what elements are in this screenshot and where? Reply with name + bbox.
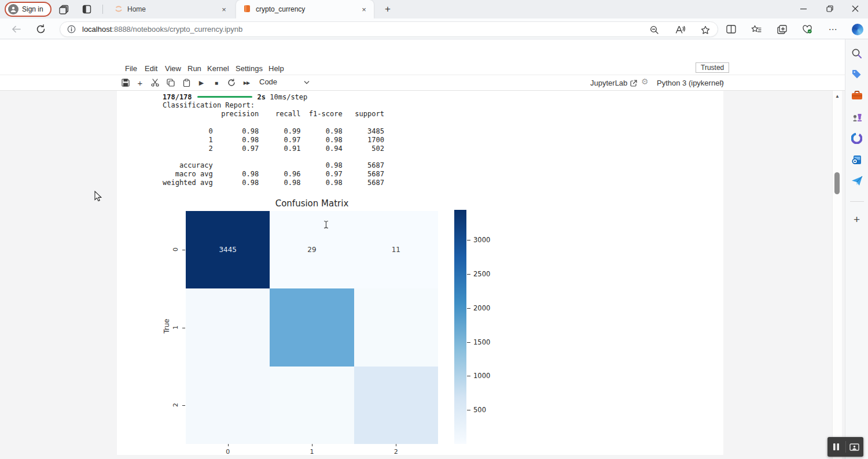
- colorbar-tick-label: 500: [473, 406, 486, 414]
- menu-help[interactable]: Help: [265, 63, 288, 74]
- colorbar-tick-label: 1500: [473, 338, 490, 346]
- sidebar-divider: [850, 201, 864, 202]
- open-jupyterlab-link[interactable]: JupyterLab: [590, 79, 637, 87]
- browser-essentials-icon[interactable]: [801, 23, 814, 36]
- save-button[interactable]: [119, 77, 132, 88]
- colorbar-tick-mark: [467, 274, 470, 275]
- cell-type-dropdown[interactable]: Code: [259, 77, 310, 86]
- menu-settings[interactable]: Settings: [232, 63, 266, 74]
- heatmap-cell-2-2: [354, 367, 438, 444]
- interrupt-kernel-button[interactable]: ■: [210, 77, 223, 88]
- back-icon[interactable]: [9, 23, 23, 35]
- restart-kernel-button[interactable]: [225, 77, 238, 88]
- kernel-settings-gear-icon[interactable]: ⚙: [641, 77, 649, 86]
- picture-in-picture-button[interactable]: [846, 437, 864, 457]
- tab-actions-icon[interactable]: [80, 3, 93, 15]
- scrollbar-thumb[interactable]: [834, 172, 840, 194]
- colorbar: [454, 210, 466, 444]
- zoom-out-icon[interactable]: [648, 24, 661, 36]
- workspaces-icon[interactable]: [57, 3, 70, 15]
- sidebar-m365-icon[interactable]: [850, 131, 864, 145]
- tab-home-label: Home: [127, 5, 219, 13]
- tab-home[interactable]: Home ×: [108, 0, 234, 18]
- heatmap-grid: 34452911: [186, 211, 438, 444]
- heatmap-cell-1-2: [354, 288, 438, 366]
- colorbar-tick-label: 1000: [473, 372, 490, 380]
- tab-bar: Sign in Home × crypto_currency × +: [0, 0, 868, 18]
- add-cell-button[interactable]: +: [134, 77, 146, 88]
- progress-bar: [197, 96, 252, 98]
- kernel-name-button[interactable]: Python 3 (ipykernel): [657, 79, 724, 87]
- x-tick-label: 1: [310, 448, 314, 456]
- site-info-icon[interactable]: [65, 23, 78, 36]
- heatmap-cell-1-1: [270, 288, 354, 366]
- trusted-badge[interactable]: Trusted: [696, 62, 729, 73]
- menu-view[interactable]: View: [161, 63, 185, 74]
- collections-icon[interactable]: [775, 23, 788, 36]
- favorite-star-icon[interactable]: [699, 24, 712, 36]
- sidebar-toolbox-icon[interactable]: [850, 88, 864, 102]
- tab-divider: [102, 5, 103, 14]
- close-tab-crypto-icon[interactable]: ×: [359, 4, 369, 14]
- sign-in-button[interactable]: Sign in: [5, 2, 52, 17]
- heatmap-cell-label: 11: [392, 246, 400, 254]
- sidebar-shopping-icon[interactable]: [850, 67, 864, 81]
- sidebar-search-icon[interactable]: [850, 46, 864, 60]
- copilot-icon[interactable]: [852, 24, 863, 35]
- scroll-up-icon[interactable]: ▲: [835, 94, 840, 99]
- heatmap-cell-0-0: 3445: [186, 211, 270, 288]
- tab-crypto-currency-label: crypto_currency: [256, 5, 359, 13]
- run-all-button[interactable]: ▶▶: [240, 77, 253, 88]
- profile-avatar-icon: [8, 4, 19, 14]
- y-tick-mark: [182, 405, 185, 406]
- sidebar-drop-icon[interactable]: [850, 174, 864, 188]
- x-tick-mark: [396, 444, 396, 446]
- heatmap-cell-label: 3445: [219, 246, 237, 254]
- keras-progress-line: 178/178 2s 10ms/step: [163, 92, 307, 101]
- settings-more-icon[interactable]: ⋯: [826, 23, 839, 36]
- sidebar-add-icon[interactable]: +: [850, 213, 864, 227]
- window-minimize-button[interactable]: [790, 0, 816, 17]
- menu-edit[interactable]: Edit: [141, 63, 161, 74]
- sign-in-label: Sign in: [22, 5, 43, 13]
- colorbar-tick-mark: [467, 308, 470, 309]
- menu-kernel[interactable]: Kernel: [204, 63, 233, 74]
- close-tab-home-icon[interactable]: ×: [219, 4, 229, 14]
- favorites-list-icon[interactable]: [750, 23, 763, 36]
- colorbar-tick-label: 2500: [473, 270, 490, 278]
- heatmap-cell-2-0: [186, 367, 270, 444]
- heatmap-cell-2-1: [270, 367, 354, 444]
- x-tick-label: 2: [394, 448, 398, 456]
- jupyterlab-label: JupyterLab: [590, 79, 627, 87]
- menu-file[interactable]: File: [122, 63, 141, 74]
- split-screen-icon[interactable]: [724, 23, 737, 36]
- page-scrollbar[interactable]: [832, 91, 842, 459]
- edge-sidebar: +: [845, 39, 868, 459]
- heatmap-cell-0-1: 29: [270, 211, 354, 288]
- copy-cell-button[interactable]: [164, 77, 177, 88]
- x-tick-mark: [312, 444, 312, 446]
- window-restore-button[interactable]: [816, 0, 843, 17]
- y-tick-label: 1: [172, 325, 179, 330]
- colorbar-tick-mark: [467, 410, 470, 410]
- cut-cell-button[interactable]: [149, 77, 161, 88]
- run-cell-button[interactable]: ▶: [195, 77, 208, 88]
- y-tick-label: 0: [172, 247, 179, 251]
- jupyter-header: jupyter crypto_currency Last Checkpoint:…: [0, 39, 845, 61]
- colorbar-tick-mark: [467, 342, 470, 343]
- colorbar-tick-mark: [467, 376, 470, 376]
- read-aloud-icon[interactable]: [674, 24, 686, 36]
- paste-cell-button[interactable]: [180, 77, 193, 88]
- menu-run[interactable]: Run: [184, 63, 205, 74]
- url-field[interactable]: localhost:8888/notebooks/crypto_currency…: [60, 21, 718, 37]
- sidebar-games-icon[interactable]: [850, 110, 864, 124]
- kernel-status-icon: ○: [719, 77, 724, 87]
- x-tick-label: 0: [226, 448, 230, 456]
- y-tick-mark: [182, 250, 185, 250]
- window-close-button[interactable]: [842, 0, 868, 17]
- refresh-icon[interactable]: [34, 23, 47, 35]
- new-tab-button[interactable]: +: [381, 3, 395, 16]
- tab-crypto-currency[interactable]: crypto_currency ×: [236, 0, 374, 18]
- sidebar-outlook-icon[interactable]: [850, 153, 864, 166]
- pause-recording-button[interactable]: [827, 437, 845, 457]
